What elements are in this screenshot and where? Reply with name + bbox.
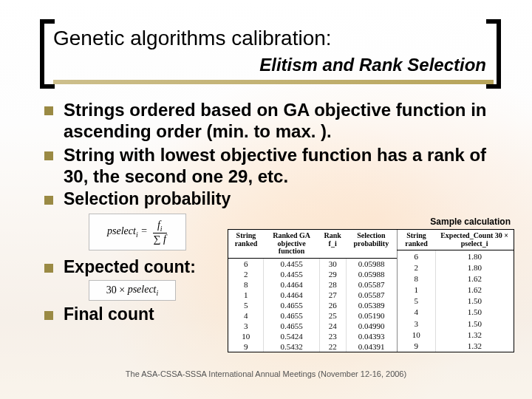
sample-calculation-panel: Sample calculation String ranked Ranked … (228, 229, 514, 352)
square-bullet-icon (44, 196, 53, 205)
table-cell: 1.62 (435, 284, 514, 296)
bracket-left-icon (40, 19, 55, 89)
table-cell: 0.4464 (264, 290, 319, 300)
table-cell: 1.32 (435, 340, 514, 351)
table-cell: 8 (397, 273, 435, 284)
table-cell: 8 (228, 279, 264, 290)
table-cell: 4 (397, 307, 435, 318)
table-right: String ranked Expected_Count 30 × pselec… (397, 230, 514, 352)
table-row: 40.4655250.05190 (228, 310, 397, 321)
table-cell: 0.5424 (264, 331, 319, 341)
table-row: 20.4455290.05988 (228, 269, 397, 279)
table-row: 90.5432220.04391 (228, 341, 397, 352)
table-cell: 30 (319, 258, 346, 269)
table-cell: 28 (319, 279, 346, 290)
table-cell: 3 (228, 321, 264, 331)
bullet-4-text: Expected count: (64, 256, 196, 277)
table-cell: 0.05988 (346, 258, 397, 269)
colB-0: String ranked (397, 230, 435, 250)
table-cell: 0.04391 (346, 341, 397, 352)
table-cell: 25 (319, 310, 346, 321)
table-row: 80.4464280.05587 (228, 279, 397, 290)
table-cell: 23 (319, 331, 346, 341)
formula-num-sub: i (160, 225, 163, 233)
table-cell: 0.05988 (346, 269, 397, 279)
table-row: 50.4655260.05389 (228, 300, 397, 310)
table-cell: 10 (397, 329, 435, 340)
table-cell: 2 (397, 262, 435, 273)
table-row: 100.5424230.04393 (228, 331, 397, 341)
square-bullet-icon (44, 106, 53, 115)
formula-lhs-sub: i (136, 231, 138, 239)
table-row: 31.50 (397, 318, 514, 329)
table-cell: 1.80 (435, 262, 514, 273)
table-row: 51.50 (397, 296, 514, 307)
table-left-head: String ranked Ranked GA objective functi… (228, 230, 397, 258)
square-bullet-icon (44, 311, 53, 320)
table-cell: 5 (397, 296, 435, 307)
table-cell: 1.80 (435, 250, 514, 262)
footer-text: The ASA-CSSA-SSSA International Annual M… (0, 369, 532, 378)
table-row: 30.4655240.04990 (228, 321, 397, 331)
formula-lhs: pselect (107, 225, 136, 236)
formula2-var: pselect (128, 284, 157, 295)
title-underline (53, 80, 494, 84)
slide-header: Genetic algorithms calibration: Elitism … (0, 0, 532, 89)
formula-pselect: pselecti = fi ∑ f (89, 214, 186, 250)
colA-2: Rank f_i (319, 230, 346, 258)
table-row: 11.62 (397, 284, 514, 296)
table-cell: 0.4655 (264, 300, 319, 310)
table-row: 91.32 (397, 340, 514, 351)
table-cell: 0.04393 (346, 331, 397, 341)
table-row: 101.32 (397, 329, 514, 340)
formula2-coeff: 30 × (106, 284, 125, 296)
panel-title: Sample calculation (430, 216, 511, 227)
table-row: 61.80 (397, 250, 514, 262)
table-cell: 5 (228, 300, 264, 310)
colA-1: Ranked GA objective function (264, 230, 319, 258)
bullet-5-text: Final count (64, 304, 154, 324)
table-row: 41.50 (397, 307, 514, 318)
table-cell: 4 (228, 310, 264, 321)
table-cell: 9 (397, 340, 435, 351)
table-cell: 1.62 (435, 273, 514, 284)
table-right-head: String ranked Expected_Count 30 × pselec… (397, 230, 514, 250)
table-row: 81.62 (397, 273, 514, 284)
bullet-2-text: String with lowest objective function ha… (64, 144, 507, 188)
square-bullet-icon (44, 151, 53, 160)
formula-expected-count: 30 × pselecti (89, 280, 176, 301)
colA-0: String ranked (228, 230, 264, 258)
table-cell: 3 (397, 318, 435, 329)
table-left: String ranked Ranked GA objective functi… (228, 230, 397, 352)
square-bullet-icon (44, 264, 53, 273)
formula-den: ∑ f (152, 233, 168, 245)
table-cell: 1.50 (435, 318, 514, 329)
table-cell: 27 (319, 290, 346, 300)
table-cell: 6 (228, 258, 264, 269)
slide-subtitle: Elitism and Rank Selection (53, 50, 494, 75)
table-cell: 0.05587 (346, 290, 397, 300)
table-row: 10.4464270.05587 (228, 290, 397, 300)
table-cell: 0.4655 (264, 321, 319, 331)
table-cell: 0.5432 (264, 341, 319, 352)
formula2-sub: i (157, 289, 159, 297)
table-cell: 0.05190 (346, 310, 397, 321)
table-cell: 22 (319, 341, 346, 352)
bullet-1: Strings ordered based on GA objective fu… (44, 99, 507, 143)
table-cell: 2 (228, 269, 264, 279)
table-cell: 0.4455 (264, 258, 319, 269)
table-cell: 1 (397, 284, 435, 296)
colA-3: Selection probability (346, 230, 397, 258)
table-cell: 0.05389 (346, 300, 397, 310)
table-cell: 0.4655 (264, 310, 319, 321)
colB-1: Expected_Count 30 × pselect_i (435, 230, 514, 250)
table-cell: 1.32 (435, 329, 514, 340)
table-cell: 26 (319, 300, 346, 310)
table-cell: 24 (319, 321, 346, 331)
table-cell: 1.50 (435, 296, 514, 307)
bullet-1-text: Strings ordered based on GA objective fu… (64, 99, 507, 143)
table-cell: 6 (397, 250, 435, 262)
table-cell: 9 (228, 341, 264, 352)
table-row: 21.80 (397, 262, 514, 273)
table-cell: 0.05587 (346, 279, 397, 290)
